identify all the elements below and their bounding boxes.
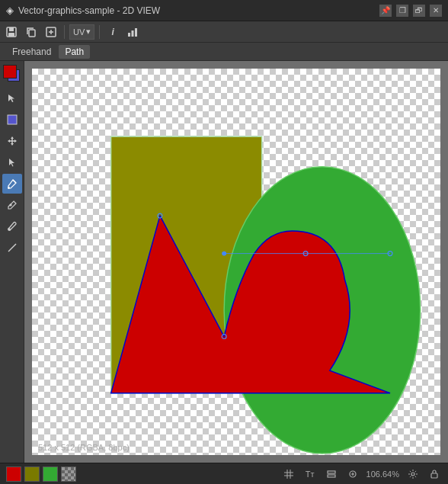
svg-line-19 [8, 244, 16, 252]
svg-point-18 [8, 229, 9, 230]
uv-dropdown[interactable]: UV ▾ [69, 24, 94, 40]
svg-point-16 [8, 188, 9, 189]
freehand-menu[interactable]: Freehand [6, 45, 57, 59]
line-tool[interactable] [2, 238, 22, 258]
svg-point-25 [222, 252, 226, 256]
svg-point-17 [10, 204, 11, 206]
svg-rect-32 [328, 471, 335, 473]
close-button[interactable]: ✕ [430, 5, 442, 17]
svg-rect-2 [8, 33, 14, 37]
window-title: Vector-graphics-sample - 2D VIEW [18, 5, 375, 16]
layer-thumb-2[interactable] [24, 466, 40, 482]
restore-button[interactable]: 🗗 [413, 5, 425, 17]
foreground-color[interactable] [3, 65, 17, 79]
tile-button[interactable]: ❐ [396, 5, 408, 17]
svg-rect-5 [128, 33, 130, 37]
save-button[interactable] [3, 24, 20, 40]
zoom-level: 106.64% [366, 470, 399, 479]
select-tool[interactable] [2, 88, 22, 108]
cursor-tool[interactable] [2, 152, 22, 172]
color-swatches[interactable] [2, 64, 22, 84]
svg-rect-9 [8, 115, 17, 124]
toolbar: UV ▾ i [0, 21, 448, 43]
svg-rect-6 [132, 30, 134, 37]
new-button[interactable] [43, 24, 59, 40]
pencil-tool[interactable] [2, 195, 22, 215]
settings-icon[interactable] [405, 466, 421, 482]
main-area: 512 x 512 (RGBA, 8bpc) [0, 61, 448, 463]
svg-point-35 [411, 473, 414, 476]
vector-canvas[interactable] [32, 69, 440, 455]
path-menu[interactable]: Path [59, 45, 90, 59]
pin-button[interactable]: 📌 [379, 5, 392, 17]
copy-button[interactable] [23, 24, 40, 40]
text-size-icon[interactable]: Tт [302, 466, 318, 482]
canvas-area[interactable]: 512 x 512 (RGBA, 8bpc) [24, 61, 448, 463]
chart-button[interactable] [124, 24, 141, 40]
uv-label: UV [73, 27, 85, 37]
fill-tool[interactable] [2, 110, 22, 130]
move-tool[interactable] [2, 131, 22, 151]
grid-toggle[interactable] [281, 466, 296, 482]
layers-icon[interactable] [324, 466, 339, 482]
statusbar-left [6, 466, 76, 482]
pen-tool[interactable] [2, 174, 22, 194]
layer-thumb-4[interactable] [61, 466, 76, 482]
uv-arrow: ▾ [86, 27, 91, 37]
toolbar-separator [64, 25, 65, 39]
layer-thumb-3[interactable] [43, 466, 58, 482]
lock-icon[interactable] [427, 466, 442, 482]
svg-marker-8 [8, 95, 14, 102]
menubar: Freehand Path [0, 43, 448, 61]
svg-rect-7 [135, 28, 137, 37]
statusbar: Tт 106.64% [0, 463, 448, 484]
eyedropper-tool[interactable] [2, 216, 22, 236]
statusbar-right: Tт 106.64% [281, 466, 442, 482]
app-icon: ◈ [6, 5, 14, 16]
svg-rect-1 [9, 27, 14, 31]
titlebar: ◈ Vector-graphics-sample - 2D VIEW 📌 ❐ 🗗… [0, 0, 448, 21]
svg-rect-36 [431, 473, 437, 478]
svg-rect-3 [29, 30, 35, 37]
info-button[interactable]: i [104, 24, 121, 40]
transform-icon[interactable] [345, 466, 360, 482]
svg-rect-33 [328, 475, 335, 477]
toolbar-separator-2 [99, 25, 100, 39]
layer-thumb-1[interactable] [6, 466, 21, 482]
left-toolbar [0, 61, 24, 463]
